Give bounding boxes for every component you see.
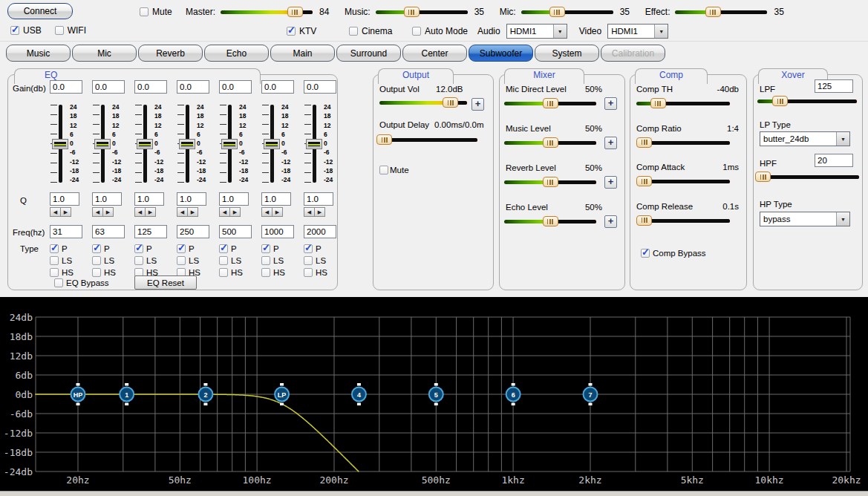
slider-handle[interactable]: [543, 98, 558, 108]
ktv-checkbox-row[interactable]: KTV: [287, 26, 349, 36]
eq-gain-slider[interactable]: 24181260-6-12-18-24: [219, 105, 248, 183]
slider-handle[interactable]: [543, 177, 558, 187]
mixer-plus-button[interactable]: +: [604, 215, 617, 228]
eq-type-p-row[interactable]: P: [92, 243, 110, 254]
mixer-level-slider[interactable]: [504, 98, 596, 108]
eq-reset-button[interactable]: EQ Reset: [134, 275, 197, 290]
eq-type-p-row[interactable]: P: [50, 243, 68, 254]
eq-type-p-checkbox[interactable]: [261, 244, 270, 253]
eq-gain-slider[interactable]: 24181260-6-12-18-24: [177, 105, 206, 183]
eq-type-ls-checkbox[interactable]: [219, 256, 228, 265]
spinner-right-button[interactable]: ▶: [187, 207, 198, 217]
eq-gain-input[interactable]: [50, 80, 82, 94]
slider-handle[interactable]: [705, 7, 721, 17]
output-mute-checkbox[interactable]: [379, 166, 388, 174]
lp-type-select[interactable]: butter_24db ▼: [760, 131, 850, 146]
tab-subwoofer[interactable]: Subwoofer: [469, 45, 533, 62]
eq-type-hs-row[interactable]: HS: [261, 267, 285, 278]
slider-handle[interactable]: [94, 139, 111, 149]
eq-type-hs-checkbox[interactable]: [92, 268, 101, 277]
auto-mode-checkbox[interactable]: [412, 27, 421, 36]
eq-type-ls-row[interactable]: LS: [304, 255, 326, 266]
spinner-right-button[interactable]: ▶: [272, 207, 283, 217]
mixer-level-slider[interactable]: [504, 177, 596, 187]
tab-echo[interactable]: Echo: [204, 45, 269, 62]
hpf-freq-input[interactable]: [815, 154, 853, 167]
mixer-plus-button[interactable]: +: [604, 176, 617, 189]
band-marker-7[interactable]: 7: [584, 383, 598, 405]
slider-handle[interactable]: [636, 176, 652, 186]
spinner-right-button[interactable]: ▶: [145, 207, 156, 217]
eq-type-ls-row[interactable]: LS: [134, 255, 157, 266]
eq-bypass-checkbox[interactable]: [54, 278, 63, 287]
output-vol-slider[interactable]: [379, 97, 467, 108]
slider-handle[interactable]: [543, 216, 558, 226]
spinner-left-button[interactable]: ◀: [261, 207, 273, 217]
eq-type-hs-row[interactable]: HS: [50, 267, 74, 278]
comp-bypass-row[interactable]: Comp Bypass: [641, 247, 706, 258]
eq-q-input[interactable]: [219, 192, 249, 206]
slider-handle[interactable]: [443, 97, 458, 108]
eq-q-input[interactable]: [92, 192, 122, 206]
hp-type-select[interactable]: bypass ▼: [760, 212, 850, 226]
band-marker-4[interactable]: 4: [352, 383, 366, 405]
eq-type-p-row[interactable]: P: [304, 243, 322, 254]
eq-gain-slider[interactable]: 24181260-6-12-18-24: [50, 105, 79, 183]
eq-freq-input[interactable]: [92, 225, 125, 238]
slider-handle[interactable]: [404, 7, 420, 17]
volume-slider[interactable]: [521, 7, 613, 17]
cinema-checkbox-row[interactable]: Cinema: [349, 26, 412, 36]
tab-mic[interactable]: Mic: [72, 45, 137, 62]
hpf-slider[interactable]: [755, 172, 859, 182]
eq-q-input[interactable]: [304, 192, 333, 206]
slider-handle[interactable]: [137, 139, 153, 149]
eq-freq-input[interactable]: [304, 225, 336, 238]
eq-freq-input[interactable]: [134, 225, 167, 238]
eq-q-input[interactable]: [50, 192, 79, 206]
band-marker-6[interactable]: 6: [506, 383, 521, 405]
tab-music[interactable]: Music: [6, 45, 71, 62]
eq-type-ls-row[interactable]: LS: [177, 255, 199, 266]
volume-slider[interactable]: [675, 7, 767, 17]
slider-handle[interactable]: [376, 134, 392, 145]
eq-slider-zone[interactable]: [92, 105, 112, 183]
eq-gain-slider[interactable]: 24181260-6-12-18-24: [134, 105, 163, 183]
eq-type-hs-row[interactable]: HS: [304, 267, 327, 278]
ktv-checkbox[interactable]: [287, 27, 296, 36]
eq-type-hs-checkbox[interactable]: [219, 268, 228, 277]
band-marker-hp[interactable]: HP: [71, 383, 85, 405]
spinner-left-button[interactable]: ◀: [50, 207, 61, 217]
slider-handle[interactable]: [650, 98, 666, 108]
spinner-right-button[interactable]: ▶: [102, 207, 114, 217]
eq-type-ls-checkbox[interactable]: [50, 256, 59, 265]
spinner-left-button[interactable]: ◀: [134, 207, 146, 217]
band-marker-1[interactable]: 1: [120, 383, 134, 405]
mixer-plus-button[interactable]: +: [604, 137, 617, 149]
mute-checkbox[interactable]: [140, 7, 149, 16]
slider-handle[interactable]: [179, 139, 195, 149]
usb-checkbox[interactable]: [10, 26, 19, 35]
eq-slider-zone[interactable]: [261, 105, 281, 183]
volume-slider[interactable]: [376, 7, 468, 17]
output-delay-slider[interactable]: [376, 134, 477, 145]
eq-type-p-checkbox[interactable]: [134, 244, 143, 253]
eq-gain-slider[interactable]: 24181260-6-12-18-24: [92, 105, 121, 183]
comp-param-slider[interactable]: [636, 176, 730, 186]
eq-freq-input[interactable]: [219, 225, 252, 238]
tab-center[interactable]: Center: [402, 45, 467, 62]
mixer-level-slider[interactable]: [504, 216, 596, 226]
slider-handle[interactable]: [52, 139, 68, 149]
comp-bypass-checkbox[interactable]: [641, 249, 650, 258]
audio-source-select[interactable]: HDMI1 ▼: [506, 24, 567, 39]
eq-type-hs-row[interactable]: HS: [92, 267, 116, 278]
eq-slider-zone[interactable]: [304, 105, 324, 183]
video-dropdown-button[interactable]: ▼: [654, 25, 668, 38]
mute-checkbox-row[interactable]: Mute: [140, 7, 186, 17]
eq-type-p-checkbox[interactable]: [177, 244, 186, 253]
eq-slider-zone[interactable]: [219, 105, 239, 183]
slider-handle[interactable]: [636, 215, 652, 226]
eq-slider-zone[interactable]: [177, 105, 197, 183]
eq-gain-input[interactable]: [92, 80, 125, 94]
eq-gain-slider[interactable]: 24181260-6-12-18-24: [304, 105, 333, 183]
eq-type-hs-row[interactable]: HS: [219, 267, 243, 278]
